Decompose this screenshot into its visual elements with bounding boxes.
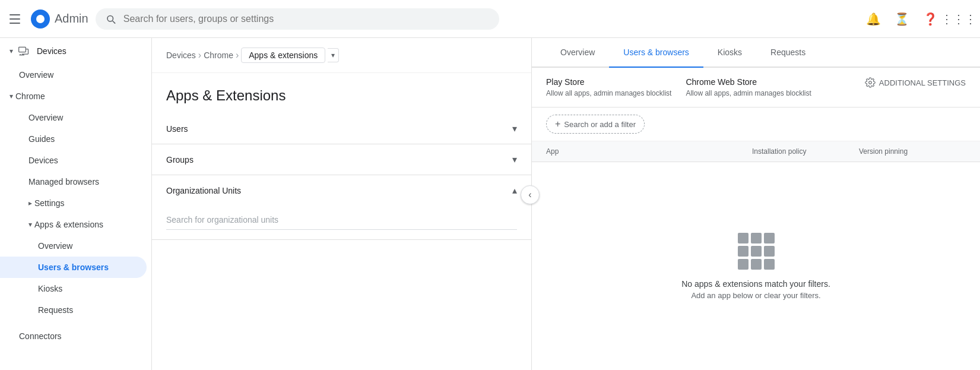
search-input[interactable] bbox=[123, 14, 490, 24]
panel-title: Apps & Extensions bbox=[152, 73, 531, 113]
breadcrumb-sep-1: › bbox=[198, 50, 201, 61]
chevron-up-icon: ▴ bbox=[512, 185, 517, 196]
gear-icon bbox=[865, 77, 876, 88]
breadcrumb-sep-2: › bbox=[236, 50, 239, 61]
tab-overview[interactable]: Overview bbox=[546, 38, 609, 68]
filter-section-users: Users ▾ bbox=[152, 113, 531, 144]
panel-toolbar: Play Store Allow all apps, admin manages… bbox=[532, 68, 980, 107]
topbar-right: 🔔 ⏳ ❓ ⋮⋮⋮ bbox=[861, 7, 971, 31]
apps-icon[interactable]: ⋮⋮⋮ bbox=[947, 7, 971, 31]
sidebar-item-settings[interactable]: ▸ Settings bbox=[0, 192, 147, 214]
empty-line-1: No apps & extensions match your filters. bbox=[681, 279, 830, 289]
grid-icon bbox=[738, 233, 775, 270]
empty-line-2: Add an app below or clear your filters. bbox=[681, 291, 830, 300]
sidebar-item-overview[interactable]: Overview bbox=[0, 107, 147, 128]
sidebar-item-users-browsers[interactable]: Users & browsers bbox=[0, 257, 147, 278]
sidebar-item-devices[interactable]: Devices bbox=[0, 150, 147, 171]
notifications-icon[interactable]: 🔔 bbox=[861, 7, 885, 31]
sidebar-item-managed-browsers[interactable]: Managed browsers bbox=[0, 171, 147, 192]
sidebar-item-overview-top[interactable]: Overview bbox=[0, 64, 147, 86]
tab-kiosks[interactable]: Kiosks bbox=[703, 38, 756, 68]
chrome-web-store-desc: Allow all apps, admin manages blocklist bbox=[686, 89, 811, 97]
topbar-left: Admin bbox=[9, 10, 88, 29]
filter-section-groups: Groups ▾ bbox=[152, 144, 531, 175]
search-icon bbox=[105, 13, 116, 25]
sidebar: ▾ Devices Overview ▾ Chrome Overview Gui… bbox=[0, 38, 152, 370]
collapse-panel-button[interactable]: ‹ bbox=[521, 185, 540, 204]
help-icon[interactable]: ❓ bbox=[918, 7, 942, 31]
play-store-info: Play Store Allow all apps, admin manages… bbox=[546, 77, 671, 97]
plus-icon: + bbox=[555, 119, 560, 129]
col-header-version: Version pinning bbox=[859, 147, 966, 156]
table-header: App Installation policy Version pinning bbox=[532, 141, 980, 162]
devices-icon bbox=[18, 45, 30, 57]
left-panel: Devices › Chrome › Apps & extensions ▾ A… bbox=[152, 38, 532, 370]
empty-text: No apps & extensions match your filters.… bbox=[681, 279, 830, 300]
breadcrumb-current-label: Apps & extensions bbox=[241, 48, 325, 63]
content-area: Devices › Chrome › Apps & extensions ▾ A… bbox=[152, 38, 980, 370]
breadcrumb-chrome[interactable]: Chrome bbox=[204, 50, 233, 60]
breadcrumb-dropdown[interactable]: ▾ bbox=[328, 48, 339, 62]
menu-icon[interactable] bbox=[9, 12, 24, 26]
chrome-web-store-info: Chrome Web Store Allow all apps, admin m… bbox=[686, 77, 811, 97]
chevron-down-icon: ▾ bbox=[9, 47, 13, 55]
additional-settings-label: ADDITIONAL SETTINGS bbox=[879, 78, 966, 87]
filter-section-users-label: Users bbox=[166, 124, 188, 134]
sidebar-item-kiosks[interactable]: Kiosks bbox=[0, 278, 147, 299]
chevron-down-icon: ▾ bbox=[512, 123, 517, 134]
app-title: Admin bbox=[55, 12, 88, 26]
main: ▾ Devices Overview ▾ Chrome Overview Gui… bbox=[0, 38, 980, 370]
org-units-search[interactable] bbox=[166, 210, 517, 230]
play-store-label: Play Store bbox=[546, 77, 671, 87]
col-header-app: App bbox=[546, 147, 752, 156]
breadcrumb-current: Apps & extensions ▾ bbox=[241, 48, 339, 63]
empty-state: No apps & extensions match your filters.… bbox=[532, 162, 980, 370]
sidebar-chrome-group[interactable]: ▾ Chrome bbox=[0, 86, 151, 107]
chevron-right-icon: ▸ bbox=[28, 199, 32, 207]
sidebar-item-requests[interactable]: Requests bbox=[0, 299, 147, 321]
filter-section-org-units: Organizational Units ▴ bbox=[152, 175, 531, 240]
topbar: Admin 🔔 ⏳ ❓ ⋮⋮⋮ bbox=[0, 0, 980, 38]
filter-section-users-header[interactable]: Users ▾ bbox=[152, 113, 531, 144]
filter-section-groups-header[interactable]: Groups ▾ bbox=[152, 144, 531, 175]
filter-section-org-units-content bbox=[152, 205, 531, 239]
filter-section-org-units-label: Organizational Units bbox=[166, 186, 241, 195]
sidebar-item-connectors[interactable]: Connectors bbox=[0, 325, 147, 347]
google-logo bbox=[31, 10, 50, 29]
chevron-down-icon: ▾ bbox=[28, 220, 32, 229]
filter-section-org-units-header[interactable]: Organizational Units ▴ bbox=[152, 175, 531, 205]
sidebar-item-guides[interactable]: Guides bbox=[0, 128, 147, 150]
play-store-desc: Allow all apps, admin manages blocklist bbox=[546, 89, 671, 97]
sidebar-item-apps-extensions[interactable]: ▾ Apps & extensions bbox=[0, 214, 147, 235]
col-header-policy: Installation policy bbox=[752, 147, 859, 156]
chrome-web-store-label: Chrome Web Store bbox=[686, 77, 811, 87]
sidebar-devices-header[interactable]: ▾ Devices bbox=[0, 38, 151, 64]
right-panel: Overview Users & browsers Kiosks Request… bbox=[532, 38, 980, 370]
chevron-down-icon: ▾ bbox=[512, 154, 517, 165]
chevron-down-icon: ▾ bbox=[9, 92, 13, 100]
tabs: Overview Users & browsers Kiosks Request… bbox=[532, 38, 980, 68]
tab-requests[interactable]: Requests bbox=[756, 38, 820, 68]
svg-rect-0 bbox=[19, 47, 26, 52]
sidebar-devices-label: Devices bbox=[37, 46, 66, 56]
sidebar-chrome-label: Chrome bbox=[15, 91, 45, 101]
filter-section-groups-label: Groups bbox=[166, 155, 194, 165]
filter-pill-label: Search or add a filter bbox=[564, 120, 636, 129]
filter-list: Users ▾ Groups ▾ Organizational Units ▴ bbox=[152, 113, 531, 370]
logo-area: Admin bbox=[31, 10, 88, 29]
filter-pill[interactable]: + Search or add a filter bbox=[546, 115, 645, 134]
tab-users-browsers[interactable]: Users & browsers bbox=[609, 38, 703, 68]
support-icon[interactable]: ⏳ bbox=[890, 7, 914, 31]
search-bar[interactable] bbox=[96, 8, 499, 30]
sidebar-item-ov-apps[interactable]: Overview bbox=[0, 235, 147, 257]
additional-settings-button[interactable]: ADDITIONAL SETTINGS bbox=[865, 77, 966, 88]
breadcrumb-devices[interactable]: Devices bbox=[166, 50, 196, 60]
filter-row: + Search or add a filter bbox=[532, 107, 980, 141]
breadcrumb: Devices › Chrome › Apps & extensions ▾ bbox=[152, 38, 531, 73]
